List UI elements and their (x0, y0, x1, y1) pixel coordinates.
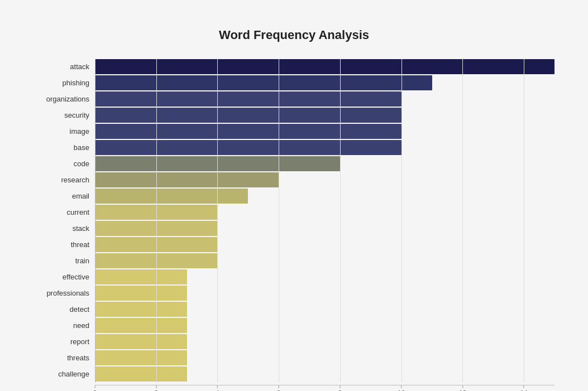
bar-row-stack (95, 221, 554, 236)
bar-row-attack (95, 59, 554, 74)
x-tick-6: 6 (277, 385, 281, 391)
bar-fill-challenge (95, 366, 187, 382)
bar-fill-stack (95, 221, 217, 236)
x-tick-14: 14 (520, 385, 527, 391)
bar-row-need (95, 318, 554, 333)
chart-area: attackphishingorganizationssecurityimage… (34, 59, 554, 391)
x-tick-8: 8 (338, 385, 342, 391)
y-label-effective: effective (34, 269, 95, 284)
bar-row-detect (95, 302, 554, 317)
y-label-research: research (34, 172, 95, 187)
bar-fill-threats (95, 350, 187, 365)
y-label-report: report (34, 334, 95, 349)
x-tick-line-8 (340, 385, 340, 388)
bar-row-image (95, 124, 554, 139)
bar-fill-current (95, 205, 217, 220)
bars-area (95, 59, 554, 383)
x-tick-line-10 (401, 385, 401, 388)
y-label-threat: threat (34, 237, 95, 252)
bar-fill-threat (95, 237, 217, 252)
x-axis: 02468101214 (95, 385, 554, 385)
bar-fill-train (95, 253, 217, 268)
bar-row-base (95, 140, 554, 155)
x-tick-2: 2 (154, 385, 158, 391)
bar-fill-phishing (95, 75, 432, 90)
y-label-current: current (34, 205, 95, 220)
bar-row-effective (95, 269, 554, 284)
bar-fill-need (95, 318, 187, 333)
x-tick-12: 12 (459, 385, 466, 391)
x-tick-10: 10 (398, 385, 405, 391)
bar-fill-attack (95, 59, 554, 74)
bar-row-email (95, 189, 554, 204)
y-label-detect: detect (34, 302, 95, 317)
y-label-phishing: phishing (34, 75, 95, 90)
bar-row-train (95, 253, 554, 268)
bar-row-code (95, 156, 554, 171)
y-label-challenge: challenge (34, 366, 95, 382)
x-tick-line-4 (217, 385, 218, 388)
bar-fill-professionals (95, 286, 187, 301)
bar-fill-detect (95, 302, 187, 317)
bar-row-threat (95, 237, 554, 252)
bar-fill-research (95, 172, 279, 187)
bar-fill-effective (95, 269, 187, 284)
bar-row-security (95, 108, 554, 123)
y-label-train: train (34, 253, 95, 268)
bar-row-organizations (95, 91, 554, 107)
chart-title: Word Frequency Analysis (34, 28, 554, 42)
bar-row-research (95, 172, 554, 187)
y-label-threats: threats (34, 350, 95, 365)
y-axis-labels: attackphishingorganizationssecurityimage… (34, 59, 95, 383)
bar-fill-organizations (95, 91, 401, 107)
x-tick-line-0 (95, 385, 95, 388)
y-label-code: code (34, 156, 95, 171)
y-label-email: email (34, 189, 95, 204)
bar-row-current (95, 205, 554, 220)
bar-row-report (95, 334, 554, 349)
x-tick-line-2 (156, 385, 156, 388)
bar-fill-base (95, 140, 401, 155)
x-tick-4: 4 (216, 385, 219, 391)
bar-fill-code (95, 156, 340, 171)
y-label-base: base (34, 140, 95, 155)
y-label-security: security (34, 108, 95, 123)
x-tick-line-6 (279, 385, 279, 388)
bar-fill-image (95, 124, 401, 139)
bar-row-phishing (95, 75, 554, 90)
y-label-need: need (34, 318, 95, 333)
bar-row-challenge (95, 366, 554, 382)
x-tick-0: 0 (93, 385, 97, 391)
y-label-professionals: professionals (34, 286, 95, 301)
y-label-attack: attack (34, 59, 95, 74)
bar-fill-report (95, 334, 187, 349)
bar-row-professionals (95, 286, 554, 301)
y-label-organizations: organizations (34, 91, 95, 107)
bar-fill-email (95, 189, 248, 204)
x-tick-line-14 (524, 385, 524, 388)
y-label-stack: stack (34, 221, 95, 236)
bars-content (95, 59, 554, 382)
bar-fill-security (95, 108, 401, 123)
y-label-image: image (34, 124, 95, 139)
bar-row-threats (95, 350, 554, 365)
x-tick-line-12 (462, 385, 463, 388)
chart-container: Word Frequency Analysis attackphishingor… (11, 11, 577, 391)
